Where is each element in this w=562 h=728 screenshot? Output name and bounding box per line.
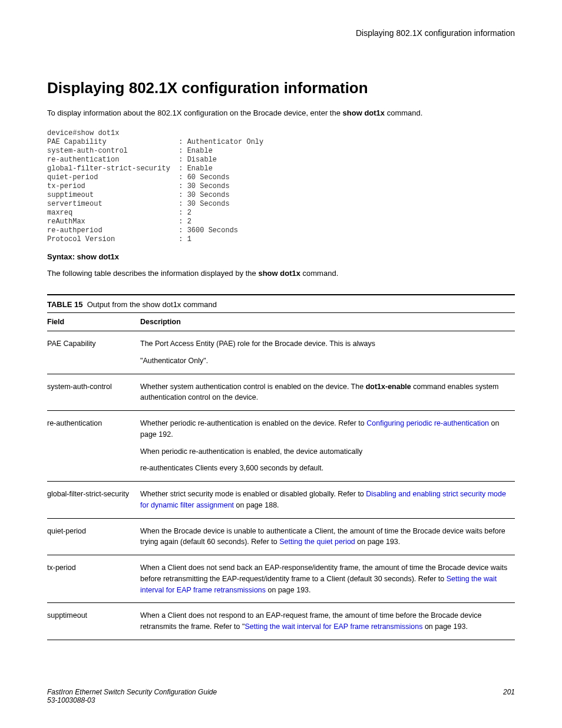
table-intro-cmd: show dot1x: [258, 269, 300, 278]
table-row: tx-period When a Client does not send ba…: [47, 555, 515, 603]
col-description: Description: [140, 313, 515, 331]
field-cell: PAE Capability: [47, 331, 140, 374]
desc-cell: Whether system authentication control is…: [140, 374, 515, 411]
footer-doc-title: FastIron Ethernet Switch Security Config…: [47, 688, 217, 696]
desc-cell: When a Client does not send back an EAP-…: [140, 555, 515, 603]
desc-text: When a Client does not send back an EAP-…: [140, 562, 510, 595]
desc-cell: When a Client does not respond to an EAP…: [140, 603, 515, 640]
xref-link[interactable]: Setting the wait interval for EAP frame …: [244, 622, 422, 631]
table-row: PAE Capability The Port Access Entity (P…: [47, 331, 515, 374]
table-caption-label: TABLE 15: [47, 300, 82, 309]
col-field: Field: [47, 313, 140, 331]
xref-link[interactable]: Setting the quiet period: [279, 538, 355, 546]
table-row: supptimeout When a Client does not respo…: [47, 603, 515, 640]
desc-text: When periodic re-authentication is enabl…: [140, 446, 510, 457]
table-caption: TABLE 15 Output from the show dot1x comm…: [47, 294, 515, 309]
desc-text: Whether strict security mode is enabled …: [140, 489, 510, 511]
table-intro: The following table describes the inform…: [47, 269, 515, 278]
desc-text: "Authenticator Only".: [140, 355, 510, 367]
footer-page-number: 201: [503, 688, 515, 704]
table-intro-pre: The following table describes the inform…: [47, 269, 258, 278]
field-cell: tx-period: [47, 555, 140, 603]
intro-command: show dot1x: [343, 108, 385, 117]
desc-span: Whether strict security mode is enabled …: [140, 490, 366, 498]
field-cell: re-authentication: [47, 411, 140, 482]
desc-text: When the Brocade device is unable to aut…: [140, 526, 510, 548]
desc-text: When a Client does not respond to an EAP…: [140, 610, 510, 633]
field-cell: system-auth-control: [47, 374, 140, 411]
page-footer: FastIron Ethernet Switch Security Config…: [47, 688, 515, 704]
field-cell: quiet-period: [47, 518, 140, 555]
desc-text: The Port Access Entity (PAE) role for th…: [140, 338, 510, 350]
table-row: global-filter-strict-security Whether st…: [47, 482, 515, 519]
footer-left: FastIron Ethernet Switch Security Config…: [47, 688, 217, 704]
desc-cell: The Port Access Entity (PAE) role for th…: [140, 331, 515, 374]
running-header: Displaying 802.1X configuration informat…: [47, 28, 515, 38]
desc-span: on page 193.: [422, 622, 467, 631]
desc-text: Whether system authentication control is…: [140, 381, 510, 404]
desc-cell: Whether strict security mode is enabled …: [140, 482, 515, 519]
table-caption-text: Output from the show dot1x command: [87, 300, 217, 309]
desc-span: Whether periodic re-authentication is en…: [140, 419, 366, 427]
table-row: system-auth-control Whether system authe…: [47, 374, 515, 411]
desc-bold: dot1x-enable: [366, 383, 411, 391]
intro-text-pre: To display information about the 802.1X …: [47, 108, 343, 117]
desc-text: re-authenticates Clients every 3,600 sec…: [140, 463, 510, 474]
table-row: re-authentication Whether periodic re-au…: [47, 411, 515, 482]
table-row: quiet-period When the Brocade device is …: [47, 518, 515, 555]
desc-cell: When the Brocade device is unable to aut…: [140, 518, 515, 555]
desc-text: Whether periodic re-authentication is en…: [140, 418, 510, 440]
table-intro-post: command.: [300, 269, 338, 278]
field-cell: global-filter-strict-security: [47, 482, 140, 519]
footer-doc-number: 53-1003088-03: [47, 696, 95, 704]
desc-cell: Whether periodic re-authentication is en…: [140, 411, 515, 482]
desc-span: Whether system authentication control is…: [140, 383, 366, 391]
syntax-line: Syntax: show dot1x: [47, 252, 515, 261]
page: Displaying 802.1X configuration informat…: [0, 0, 562, 728]
page-title: Displaying 802.1X configuration informat…: [47, 79, 515, 97]
field-cell: supptimeout: [47, 603, 140, 640]
table-header-row: Field Description: [47, 313, 515, 331]
output-table: Field Description PAE Capability The Por…: [47, 312, 515, 640]
desc-span: on page 188.: [234, 501, 279, 509]
desc-span: on page 193.: [355, 538, 400, 546]
xref-link[interactable]: Configuring periodic re-authentication: [366, 419, 489, 427]
desc-span: on page 193.: [266, 586, 310, 594]
intro-paragraph: To display information about the 802.1X …: [47, 108, 515, 118]
cli-output: device#show dot1x PAE Capability : Authe…: [47, 129, 515, 244]
intro-text-post: command.: [385, 108, 422, 117]
